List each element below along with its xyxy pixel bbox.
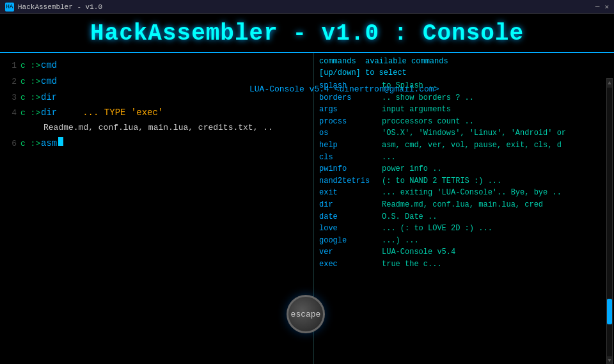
help-desc: power info .. [382,163,442,175]
prompt-4: c :> [20,107,41,120]
close-button[interactable]: ✕ [604,3,609,11]
file-list: Readme.md, conf.lua, main.lua, credits.t… [43,122,273,135]
help-row: love... (: to LOVE 2D :) ... [319,223,609,235]
help-cmd: cls [319,152,377,164]
help-cmd: procss [319,116,377,128]
help-header: commands available commands [319,57,609,66]
line-num-6: 6 [6,138,20,151]
line-num-4: 4 [6,107,20,120]
help-desc: ... exiting 'LUA-Console'.. Bye, bye .. [382,187,562,199]
help-cmd: exit [319,187,377,199]
right-scrollbar[interactable]: ▲ ▼ [606,78,613,364]
term-line-4: 4 c :> dir ... TYPE 'exec' [6,106,307,120]
title-bar: HA HackAssembler - v1.0 — ✕ [0,0,614,14]
help-cmd: help [319,139,377,152]
help-desc: input arguments [382,104,451,116]
help-row: cls... [319,152,609,164]
escape-button[interactable]: escape [287,295,325,333]
cursor [58,137,63,146]
help-desc: asm, cmd, ver, vol, pause, exit, cls, d [382,139,562,152]
cmd-2: cmd [41,74,57,88]
help-header-text: commands available commands [319,57,448,66]
help-row: procssproccessors count .. [319,116,609,128]
help-cmd: nand2tetris [319,175,377,187]
right-help-panel: commands available commands [up/down] to… [313,53,614,364]
help-cmd: love [319,223,377,235]
help-cmd: exec [319,258,377,271]
help-row: google...) ... [319,235,609,247]
help-desc: ...) ... [382,235,419,247]
help-subheader: [up/down] to select [319,68,609,77]
left-terminal-panel: 1 c :> cmd 2 c :> cmd LUA-Console v5.4 <… [0,53,313,364]
help-row: dirReadme.md, conf.lua, main.lua, cred [319,199,609,211]
help-cmd: pwinfo [319,163,377,175]
help-desc: ... [382,152,396,164]
help-cmd: ver [319,246,377,258]
app-icon: HA [5,3,14,12]
escape-label: escape [291,310,321,319]
help-row: exectrue the c... [319,258,609,271]
prompt-3: c :> [20,91,41,105]
lua-console-header: LUA-Console v5.4 <dinertron@gmail.com> [249,84,439,94]
minimize-button[interactable]: — [595,3,600,11]
help-row: argsinput arguments [319,104,609,116]
term-line-1: 1 c :> cmd [6,58,307,73]
help-rows-container: splashto Splash ..borders.. show borders… [319,80,609,271]
line-num-2: 2 [6,75,20,89]
help-subheader-text: [up/down] to select [319,68,407,77]
help-desc: true the c... [382,258,442,271]
help-desc: 'OS.X', 'Windows', 'Linux', 'Android' or [382,127,566,139]
help-cmd: google [319,235,377,247]
help-desc: (: to NAND 2 TETRIS :) ... [382,175,501,187]
window-controls: — ✕ [595,3,609,11]
cmd-6: asm [41,136,57,150]
help-row: exit... exiting 'LUA-Console'.. Bye, bye… [319,187,609,199]
help-row: pwinfopower info .. [319,163,609,175]
help-desc: Readme.md, conf.lua, main.lua, cred [382,199,543,211]
type-exec-label: ... TYPE 'exec' [83,106,163,120]
line-num-1: 1 [6,59,20,73]
help-desc: proccessors count .. [382,116,474,128]
help-row: dateO.S. Date .. [319,211,609,223]
help-desc: LUA-Console v5.4 [382,246,455,258]
help-cmd: dir [319,199,377,211]
help-desc: ... (: to LOVE 2D :) ... [382,223,492,235]
app-title: HackAssembler - v1.0 : Console [0,14,614,53]
help-row: os'OS.X', 'Windows', 'Linux', 'Android' … [319,127,609,139]
help-row: verLUA-Console v5.4 [319,246,609,258]
prompt-1: c :> [20,59,41,73]
scrollbar-down-arrow[interactable]: ▼ [607,356,612,364]
prompt-6: c :> [20,138,41,151]
help-row: helpasm, cmd, ver, vol, pause, exit, cls… [319,139,609,152]
window-title: HackAssembler - v1.0 [18,3,595,11]
help-row: nand2tetris(: to NAND 2 TETRIS :) ... [319,175,609,187]
prompt-2: c :> [20,75,41,89]
main-window: HackAssembler - v1.0 : Console 1 c :> cm… [0,14,614,364]
scrollbar-thumb[interactable] [607,299,612,324]
scrollbar-up-arrow[interactable]: ▲ [607,79,612,88]
help-cmd: date [319,211,377,223]
cmd-1: cmd [41,58,57,72]
help-desc: O.S. Date .. [382,211,437,223]
help-cmd: args [319,104,377,116]
term-line-5: Readme.md, conf.lua, main.lua, credits.t… [6,122,307,135]
line-num-3: 3 [6,91,20,105]
scrollbar-track[interactable] [607,88,612,356]
help-cmd: os [319,127,377,139]
term-line-6: 6 c :> asm [6,136,307,151]
cmd-3: dir [41,90,57,104]
cmd-4: dir [41,106,57,120]
